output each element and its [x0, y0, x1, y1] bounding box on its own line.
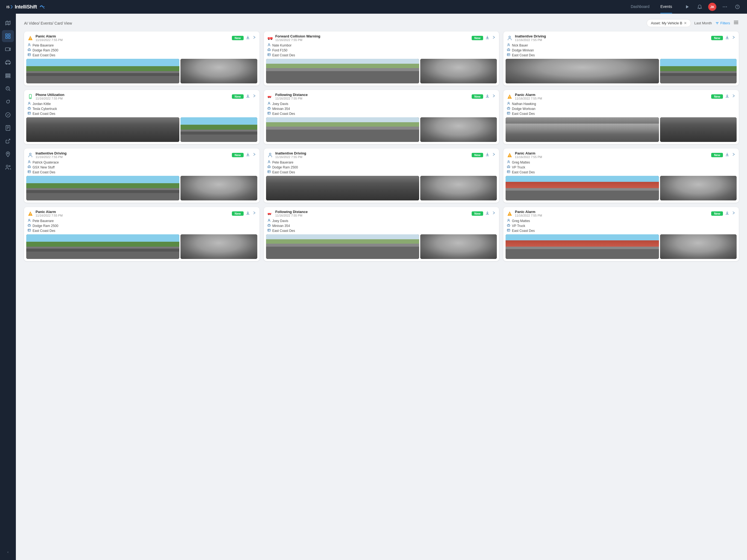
- group-name-9: East Coast Des: [32, 229, 55, 233]
- card-meta-5: Nathan Hawking Dodge Workvan East Coast …: [507, 102, 736, 116]
- nav-dashboard[interactable]: Dashboard: [631, 0, 650, 14]
- group-icon-4: [267, 111, 271, 116]
- card-images-2: [504, 59, 739, 85]
- chevron-right-icon-0[interactable]: [252, 35, 256, 41]
- vehicle-row-8: VP Truck: [507, 165, 736, 169]
- chevron-right-icon-5[interactable]: [731, 94, 736, 99]
- sidebar-item-maintenance[interactable]: [2, 96, 14, 108]
- vehicle-icon-10: [267, 224, 271, 228]
- view-toggle-btn[interactable]: [733, 20, 739, 27]
- sidebar-item-integrations[interactable]: [2, 135, 14, 147]
- vehicle-name-10: Minivan 354: [272, 224, 290, 228]
- svg-point-42: [29, 44, 30, 45]
- card-meta-6: Patrick Quaterace GSX New Stuff East Coa…: [27, 160, 256, 174]
- sidebar-item-search-vehicle[interactable]: [2, 82, 14, 95]
- card-images-10: [264, 234, 499, 261]
- sidebar-item-map[interactable]: [2, 17, 14, 29]
- help-icon[interactable]: ?: [733, 3, 742, 11]
- sidebar-item-stack[interactable]: [2, 70, 14, 81]
- download-icon-4[interactable]: [485, 94, 489, 99]
- vehicle-name-1: Ford F150: [272, 48, 287, 52]
- asset-filter-tag[interactable]: Asset: My Vehicle B ✕: [647, 19, 691, 27]
- download-icon-6[interactable]: [246, 152, 250, 157]
- group-name-0: East Coast Des: [32, 53, 55, 57]
- group-name-11: East Coast Des: [512, 229, 535, 233]
- event-card-0: ! Panic Alarm 11/16/2022 7:55 PM New: [24, 31, 259, 85]
- driver-name-9: Pete Bauerare: [32, 219, 54, 223]
- sidebar-item-vehicles[interactable]: [2, 56, 14, 68]
- card-images-0: [24, 59, 259, 85]
- svg-text:!!!: !!!: [269, 37, 271, 40]
- download-icon-8[interactable]: [725, 152, 729, 157]
- download-icon-5[interactable]: [725, 94, 729, 99]
- user-avatar[interactable]: JK: [708, 3, 716, 11]
- download-icon-3[interactable]: [246, 94, 250, 99]
- filters-button[interactable]: Filters: [715, 21, 730, 25]
- chevron-right-icon-1[interactable]: [492, 35, 496, 41]
- svg-point-95: [508, 102, 509, 104]
- card-header-2: Inattentive Driving 11/16/2022 7:55 PM N…: [504, 31, 739, 43]
- event-info-1: Forward Collision Warning 11/16/2022 7:5…: [275, 34, 469, 42]
- event-info-9: Panic Alarm 11/16/2022 7:55 PM: [35, 210, 230, 217]
- svg-point-31: [6, 165, 8, 167]
- driver-row-5: Nathan Hawking: [507, 102, 736, 106]
- group-row-7: East Coast Des: [267, 170, 496, 174]
- download-icon-9[interactable]: [246, 211, 250, 216]
- chevron-right-icon-3[interactable]: [252, 94, 256, 99]
- sidebar-item-reports[interactable]: [2, 122, 14, 134]
- sidebar-item-camera[interactable]: [2, 43, 14, 55]
- card-images-9: [24, 234, 259, 261]
- group-row-4: East Coast Des: [267, 111, 496, 116]
- download-icon-10[interactable]: [485, 211, 489, 216]
- chevron-right-icon-4[interactable]: [492, 94, 496, 99]
- card-img-main-7: [266, 176, 419, 200]
- card-img-secondary-9: [180, 234, 257, 259]
- svg-text:!: !: [509, 96, 510, 99]
- play-icon[interactable]: [683, 3, 691, 11]
- card-details-4: Joey Davis Minivan 354 East Coast Des: [264, 102, 499, 117]
- vehicle-row-4: Minivan 354: [267, 107, 496, 111]
- sidebar-item-geofences[interactable]: [2, 148, 14, 160]
- group-icon-2: [507, 53, 511, 57]
- chevron-right-icon-6[interactable]: [252, 152, 256, 157]
- svg-rect-99: [507, 112, 510, 114]
- card-actions-3: [246, 94, 256, 99]
- chevron-right-icon-11[interactable]: [731, 211, 736, 216]
- vehicle-icon-11: [507, 224, 511, 228]
- event-icon-0: !: [27, 35, 33, 41]
- new-badge-9: New: [232, 211, 243, 216]
- chevron-right-icon-2[interactable]: [731, 35, 736, 41]
- sidebar-collapse-btn[interactable]: ‹: [7, 548, 8, 557]
- chevron-right-icon-9[interactable]: [252, 211, 256, 216]
- sidebar-item-compliance[interactable]: [2, 109, 14, 121]
- sidebar-item-drivers[interactable]: [2, 161, 14, 173]
- card-images-11: [504, 234, 739, 261]
- chevron-right-icon-7[interactable]: [492, 152, 496, 157]
- event-title-9: Panic Alarm: [35, 210, 230, 214]
- vehicle-icon-5: [507, 107, 511, 111]
- download-icon-2[interactable]: [725, 35, 729, 41]
- card-meta-2: Nick Bauer Dodge Minivan East Coast Des: [507, 43, 736, 57]
- asset-filter-close[interactable]: ✕: [684, 21, 687, 25]
- driver-icon-4: [267, 102, 271, 106]
- event-time-7: 11/16/2022 7:55 PM: [275, 155, 469, 159]
- group-name-6: East Coast Des: [32, 170, 55, 174]
- bell-icon[interactable]: [696, 3, 704, 11]
- sidebar-item-grid[interactable]: [2, 30, 14, 42]
- card-img-main-8: [506, 176, 659, 200]
- nav-icons: JK ?: [683, 3, 742, 11]
- download-icon-7[interactable]: [485, 152, 489, 157]
- download-icon-11[interactable]: [725, 211, 729, 216]
- svg-rect-20: [6, 75, 10, 76]
- more-dots-icon[interactable]: [721, 3, 729, 11]
- card-details-7: Pete Bauerare Dodge Ram 2500 East Coast …: [264, 160, 499, 176]
- chevron-right-icon-8[interactable]: [731, 152, 736, 157]
- svg-text:!: !: [271, 212, 272, 215]
- event-info-10: Following Distance 11/16/2022 7:55 PM: [275, 210, 469, 217]
- download-icon-0[interactable]: [246, 35, 250, 41]
- nav-events[interactable]: Events: [660, 0, 672, 14]
- svg-point-102: [29, 153, 31, 155]
- new-badge-1: New: [472, 36, 483, 40]
- chevron-right-icon-10[interactable]: [492, 211, 496, 216]
- download-icon-1[interactable]: [485, 35, 489, 41]
